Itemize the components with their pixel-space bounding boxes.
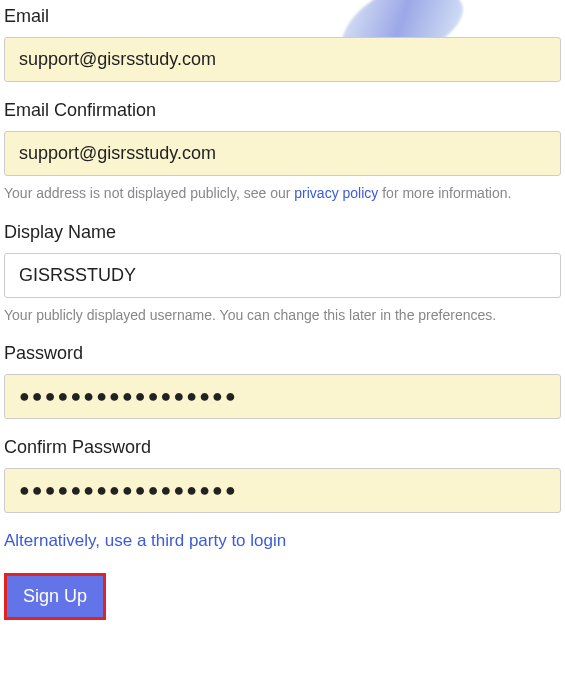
display-name-helper: Your publicly displayed username. You ca…: [4, 306, 561, 326]
signup-highlight: Sign Up: [4, 573, 106, 620]
privacy-policy-link[interactable]: privacy policy: [294, 185, 378, 201]
password-group: Password: [4, 343, 561, 419]
sign-up-button[interactable]: Sign Up: [7, 576, 103, 617]
third-party-login-link[interactable]: Alternatively, use a third party to logi…: [4, 531, 561, 551]
email-group: Email: [4, 6, 561, 82]
display-name-group: Display Name Your publicly displayed use…: [4, 222, 561, 326]
helper-prefix: Your address is not displayed publicly, …: [4, 185, 294, 201]
confirm-password-group: Confirm Password: [4, 437, 561, 513]
email-confirm-label: Email Confirmation: [4, 100, 561, 121]
confirm-password-label: Confirm Password: [4, 437, 561, 458]
email-confirm-helper: Your address is not displayed publicly, …: [4, 184, 561, 204]
email-confirm-group: Email Confirmation Your address is not d…: [4, 100, 561, 204]
email-label: Email: [4, 6, 561, 27]
password-input[interactable]: [4, 374, 561, 419]
helper-suffix: for more information.: [378, 185, 511, 201]
email-confirm-input[interactable]: [4, 131, 561, 176]
display-name-label: Display Name: [4, 222, 561, 243]
email-input[interactable]: [4, 37, 561, 82]
password-label: Password: [4, 343, 561, 364]
display-name-input[interactable]: [4, 253, 561, 298]
confirm-password-input[interactable]: [4, 468, 561, 513]
